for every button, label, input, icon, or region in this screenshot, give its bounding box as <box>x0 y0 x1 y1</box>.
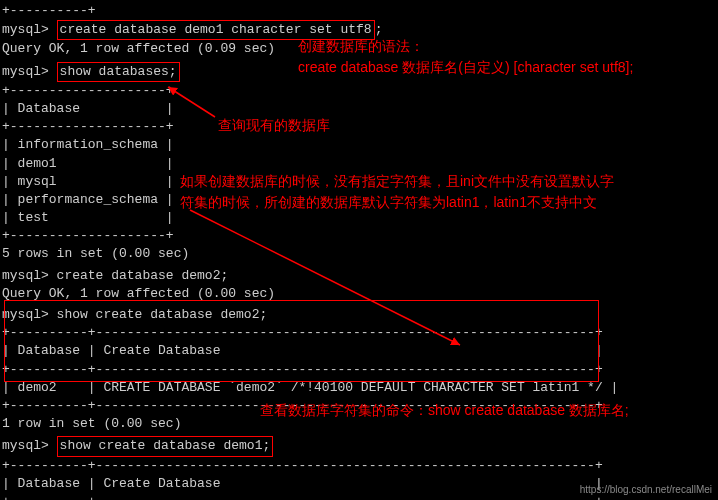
cmd3-line[interactable]: mysql> create database demo2; <box>2 267 716 285</box>
cmd5-text: show create database demo1; <box>60 438 271 453</box>
note-1b: create database 数据库名(自定义) [character set… <box>298 59 633 75</box>
note-3a: 如果创建数据库的时候，没有指定字符集，且ini文件中没有设置默认字 <box>180 173 614 189</box>
tb1-bot: +--------------------+ <box>2 227 716 245</box>
line-top-border: +----------+ <box>2 2 716 20</box>
tb1-top: +--------------------+ <box>2 82 716 100</box>
cmd2-box: show databases; <box>57 62 180 82</box>
cmd5-box: show create database demo1; <box>57 436 274 456</box>
note-query: 查询现有的数据库 <box>218 115 330 136</box>
cmd3-text: create database demo2; <box>57 268 229 283</box>
db-row-1: | information_schema | <box>2 136 716 154</box>
note-showcreate: 查看数据库字符集的命令：show create database 数据库名; <box>260 400 629 421</box>
rows5: 5 rows in set (0.00 sec) <box>2 245 716 263</box>
mysql-prompt-5: mysql> <box>2 438 57 453</box>
cmd1-text: create database demo1 character set utf8 <box>60 22 372 37</box>
tb1-mid: +--------------------+ <box>2 118 716 136</box>
tb3-top: +----------+----------------------------… <box>2 457 716 475</box>
watermark: https://blog.csdn.net/recallMei <box>580 483 712 497</box>
note-3b: 符集的时候，所创建的数据库默认字符集为latin1，latin1不支持中文 <box>180 194 597 210</box>
db-row-2: | demo1 | <box>2 155 716 173</box>
mysql-prompt-3: mysql> <box>2 268 57 283</box>
bigbox-demo2 <box>4 300 599 382</box>
mysql-prompt-2: mysql> <box>2 64 57 79</box>
note-syntax: 创建数据库的语法： create database 数据库名(自定义) [cha… <box>298 36 633 78</box>
tb1-hdr: | Database | <box>2 100 716 118</box>
mysql-prompt: mysql> <box>2 22 57 37</box>
note-1a: 创建数据库的语法： <box>298 38 424 54</box>
cmd2-text: show databases; <box>60 64 177 79</box>
note-charset: 如果创建数据库的时候，没有指定字符集，且ini文件中没有设置默认字 符集的时候，… <box>180 171 614 213</box>
cmd1-semi: ; <box>375 22 383 37</box>
cmd5-line[interactable]: mysql> show create database demo1; <box>2 436 716 456</box>
